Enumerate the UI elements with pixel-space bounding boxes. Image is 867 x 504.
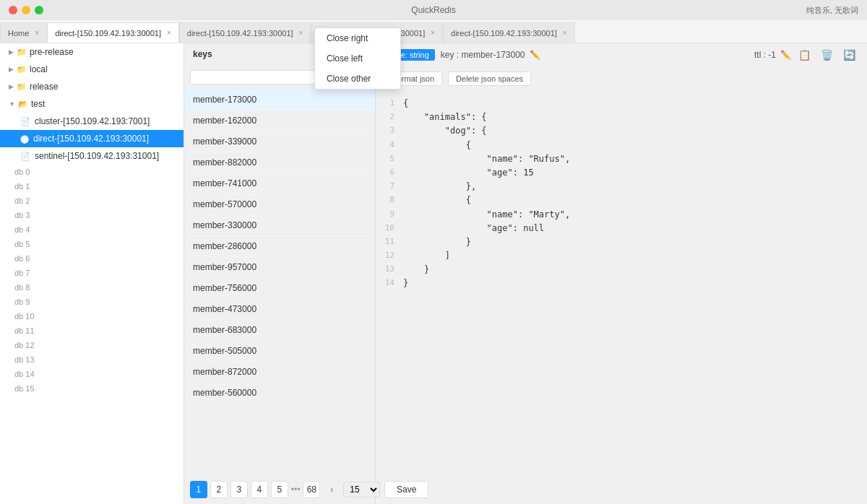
titlebar-right: 纯音乐, 无歌词 [806,5,858,16]
copy-button[interactable]: 📋 [795,48,814,62]
sidebar-db-item[interactable]: db 3 [0,208,184,222]
sidebar-group-test[interactable]: ▼ 📂 test [0,95,184,113]
key-list-item[interactable]: member-162000 [184,110,375,131]
page-68-button[interactable]: 68 [303,481,320,498]
delete-json-spaces-button[interactable]: Delete json spaces [448,71,531,86]
tab-2-close[interactable]: × [299,29,303,37]
folder-open-icon: 📂 [18,100,28,109]
sidebar-db-item[interactable]: db 10 [0,309,184,323]
context-close-other[interactable]: Close other [315,69,400,89]
sidebar-db-item[interactable]: db 12 [0,338,184,352]
sidebar-db-item[interactable]: db 11 [0,323,184,338]
key-list-item[interactable]: member-957000 [184,257,375,278]
pagination: ‹ 1 2 3 4 5 ••• 68 › 15 25 50 100 ▼ [184,474,375,504]
key-list-item[interactable]: member-560000 [184,383,375,404]
page-5-button[interactable]: 5 [271,481,288,498]
delete-button[interactable]: 🗑️ [818,48,836,62]
ttl-edit-icon[interactable]: ✏️ [780,50,791,60]
sidebar-db-item[interactable]: db 7 [0,266,184,280]
sidebar-db-item[interactable]: db 6 [0,251,184,266]
sidebar-db-item[interactable]: db 13 [0,352,184,367]
key-list-item[interactable]: member-339000 [184,131,375,152]
key-list-item[interactable]: member-286000 [184,236,375,257]
close-button[interactable] [9,6,17,14]
tab-4[interactable]: direct-[150.109.42.193:30001] × [443,22,575,43]
key-edit-icon[interactable]: ✏️ [530,50,540,60]
sidebar-db-item[interactable]: db 9 [0,295,184,309]
page-next-button[interactable]: › [323,481,340,498]
key-list-item[interactable]: member-173000 [184,90,375,110]
line-content: "age": 15 [403,166,534,180]
key-list-item[interactable]: member-872000 [184,362,375,383]
sidebar-db-item[interactable]: db 0 [0,165,184,179]
sidebar-db-item[interactable]: db 15 [0,381,184,396]
line-content: }, [403,180,476,194]
json-line: 2 "animals": { [376,110,867,124]
line-number: 9 [381,208,403,222]
ttl-label: ttl : -1 [754,50,776,60]
tab-home-label: Home [8,29,29,38]
key-list-item[interactable]: member-570000 [184,194,375,215]
minimize-button[interactable] [22,6,30,14]
tab-home[interactable]: Home × [0,22,47,43]
json-line: 14} [376,277,867,290]
json-line: 8 { [376,194,867,207]
key-list-item[interactable]: member-473000 [184,299,375,320]
maximize-button[interactable] [35,6,43,14]
sidebar-db-item[interactable]: db 8 [0,280,184,295]
context-menu: Close right Close left Close other [314,27,401,90]
sidebar-sentinel-connection[interactable]: 📄 sentinel-[150.109.42.193:31001] [0,147,184,165]
refresh-button[interactable]: 🔄 [840,48,858,62]
key-list-item[interactable]: member-683000 [184,320,375,341]
titlebar-status: 纯音乐, 无歌词 [806,5,858,16]
keys-panel: keys 🔍 member-173000member-162000member-… [184,43,376,504]
line-number: 1 [381,97,403,110]
database-list: db 0db 1db 2db 3db 4db 5db 6db 7db 8db 9… [0,165,184,396]
sidebar-db-item[interactable]: db 5 [0,237,184,251]
page-2-button[interactable]: 2 [210,481,228,498]
line-number: 3 [381,124,403,138]
tab-2[interactable]: direct-[150.109.42.193:30001] × [179,22,311,43]
sidebar-direct-connection[interactable]: ⬤ direct-[150.109.42.193:30001] [0,130,184,147]
tab-home-close[interactable]: × [35,29,39,37]
sidebar-cluster-connection[interactable]: 📄 cluster-[150.109.42.193:7001] [0,113,184,130]
tab-4-label: direct-[150.109.42.193:30001] [451,29,557,38]
line-content: ] [403,249,450,263]
context-close-left[interactable]: Close left [315,48,400,69]
sidebar-db-item[interactable]: db 1 [0,179,184,194]
value-panel: type: string key : member-173000 ✏️ ttl … [376,43,867,504]
sidebar-db-item[interactable]: db 4 [0,222,184,237]
json-editor[interactable]: 1{2 "animals": {3 "dog": {4 {5 "name": "… [376,91,867,474]
key-list-item[interactable]: member-756000 [184,278,375,299]
line-content: { [403,97,408,110]
tab-1[interactable]: direct-[150.109.42.193:30001] × [47,22,179,43]
key-list-item[interactable]: member-741000 [184,173,375,194]
key-list-item[interactable]: member-882000 [184,152,375,173]
line-content: } [403,235,471,249]
key-list-item[interactable]: member-330000 [184,215,375,236]
tab-3-close[interactable]: × [431,29,435,37]
line-content: "name": "Rufus", [403,152,570,166]
sidebar-group-release[interactable]: ▶ 📁 release [0,78,184,95]
page-prev-button[interactable]: ‹ [184,481,187,498]
page-1-button[interactable]: 1 [190,481,207,498]
tab-1-close[interactable]: × [167,29,171,37]
sidebar-db-item[interactable]: db 14 [0,367,184,381]
page-4-button[interactable]: 4 [251,481,268,498]
tab-4-close[interactable]: × [563,29,567,37]
save-button[interactable]: Save [384,481,428,498]
doc-icon: 📄 [20,152,30,161]
sidebar-group-prerelease[interactable]: ▶ 📁 pre-release [0,43,184,61]
key-list-item[interactable]: member-505000 [184,341,375,362]
sidebar-group-local[interactable]: ▶ 📁 local [0,61,184,78]
sidebar-db-item[interactable]: db 2 [0,194,184,208]
line-number: 14 [381,277,403,290]
line-content: { [403,139,471,152]
line-number: 6 [381,166,403,180]
tabbar: Home × direct-[150.109.42.193:30001] × d… [0,20,867,43]
content-panels: keys 🔍 member-173000member-162000member-… [184,43,867,504]
page-3-button[interactable]: 3 [230,481,248,498]
arrow-down-icon: ▼ [9,100,15,108]
context-close-right[interactable]: Close right [315,28,400,48]
per-page-select[interactable]: 15 25 50 100 [343,482,380,498]
